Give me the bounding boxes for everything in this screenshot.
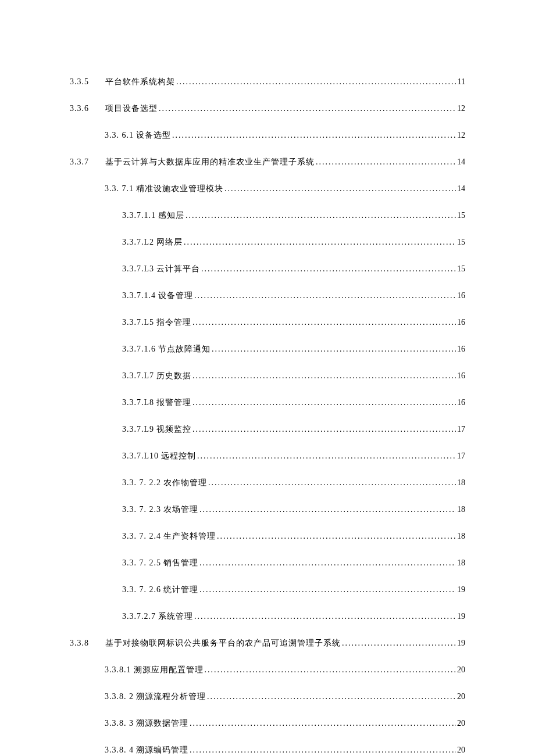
toc-leader-dots bbox=[224, 182, 456, 195]
toc-entry: 3.3.7.L10远程控制17 bbox=[70, 450, 465, 462]
toc-page-number: 18 bbox=[457, 503, 465, 515]
toc-leader-dots bbox=[199, 583, 456, 596]
toc-page-number: 19 bbox=[457, 610, 465, 622]
toc-title: 销售管理 bbox=[163, 557, 198, 569]
toc-entry: 3.3. 6.1设备选型12 bbox=[70, 129, 465, 141]
toc-entry: 3.3.7.L2网络层15 bbox=[70, 236, 465, 248]
toc-page-number: 19 bbox=[457, 583, 465, 596]
toc-number: 3.3.7.L7 bbox=[122, 370, 154, 382]
toc-entry: 3.3.7.1.4设备管理16 bbox=[70, 289, 465, 302]
toc-leader-dots bbox=[199, 557, 456, 569]
toc-entry: 3.3. 7. 2.2农作物管理18 bbox=[70, 476, 465, 489]
toc-title: 云计算平台 bbox=[156, 263, 200, 275]
toc-page-number: 16 bbox=[457, 316, 465, 328]
toc-entry: 3.3.8.1溯源应用配置管理20 bbox=[70, 664, 465, 676]
toc-entry: 3.3. 7. 2.6统计管理19 bbox=[70, 583, 465, 596]
toc-entry: 3.3.7.L3云计算平台15 bbox=[70, 263, 465, 275]
toc-page-number: 16 bbox=[457, 370, 465, 382]
toc-title: 设备选型 bbox=[136, 129, 171, 141]
toc-number: 3.3.7.1.6 bbox=[122, 343, 156, 355]
toc-number: 3.3.8. 3 bbox=[105, 717, 134, 729]
toc-entry: 3.3. 7.1精准设施农业管理模块14 bbox=[70, 182, 465, 195]
toc-number: 3.3. 7. 2.4 bbox=[122, 530, 161, 542]
toc-leader-dots bbox=[199, 503, 456, 515]
toc-number: 3.3.8. 4 bbox=[105, 744, 134, 756]
toc-leader-dots bbox=[201, 263, 456, 275]
toc-number: 3.3.7 bbox=[70, 156, 89, 168]
toc-entry: 3.3.7.1.1感知层15 bbox=[70, 209, 465, 221]
toc-entry: 3.3.8. 4 溯源编码管理20 bbox=[70, 744, 465, 756]
toc-page-number: 18 bbox=[457, 557, 465, 569]
toc-title: 网络层 bbox=[156, 236, 183, 248]
toc-page-number: 15 bbox=[457, 209, 465, 221]
toc-entry: 3.3.8基于对接物联网标识公共服务平台的农产品可追溯管理子系统19 bbox=[70, 637, 465, 649]
toc-page-number: 12 bbox=[457, 102, 465, 114]
toc-number: 3.3.8.1 bbox=[105, 664, 131, 676]
toc-entry: 3.3.8. 3 溯源数据管理20 bbox=[70, 717, 465, 729]
toc-number: 3.3. 7. 2.3 bbox=[122, 503, 161, 515]
toc-page-number: 19 bbox=[457, 637, 465, 649]
toc-number: 3.3.8. 2 bbox=[105, 690, 134, 703]
toc-title: 设备管理 bbox=[158, 289, 193, 302]
toc-title: 项目设备选型 bbox=[105, 102, 158, 114]
toc-number: 3.3.6 bbox=[70, 102, 89, 114]
toc-number: 3.3.7.L5 bbox=[122, 316, 154, 328]
toc-page-number: 20 bbox=[457, 717, 465, 729]
toc-leader-dots bbox=[192, 316, 456, 328]
toc-page-number: 15 bbox=[457, 236, 465, 248]
toc-entry: 3.3. 7. 2.5销售管理18 bbox=[70, 557, 465, 569]
toc-title: 精准设施农业管理模块 bbox=[136, 182, 223, 195]
toc-title: 生产资料管理 bbox=[163, 530, 216, 542]
toc-leader-dots bbox=[194, 610, 456, 622]
toc-leader-dots bbox=[172, 129, 456, 141]
toc-leader-dots bbox=[192, 370, 456, 382]
toc-entry: 3.3.7.1.6节点故障通知16 bbox=[70, 343, 465, 355]
toc-title: 视频监控 bbox=[156, 423, 191, 435]
toc-title: 感知层 bbox=[158, 209, 184, 221]
toc-leader-dots bbox=[205, 664, 456, 676]
toc-number: 3.3. 7. 2.2 bbox=[122, 476, 161, 489]
toc-number: 3.3.7.L10 bbox=[122, 450, 159, 462]
toc-title: 基于云计算与大数据库应用的精准农业生产管理子系统 bbox=[105, 156, 315, 168]
toc-title: 溯源编码管理 bbox=[136, 744, 188, 756]
toc-entry: 3.3.5平台软件系统构架11 bbox=[70, 76, 465, 88]
toc-number: 3.3. 6.1 bbox=[105, 129, 134, 141]
toc-leader-dots bbox=[342, 637, 456, 649]
toc-leader-dots bbox=[190, 717, 456, 729]
toc-page-number: 16 bbox=[457, 289, 465, 302]
toc-title: 统计管理 bbox=[163, 583, 198, 596]
toc-page-number: 18 bbox=[457, 476, 465, 489]
toc-number: 3.3.7.L9 bbox=[122, 423, 154, 435]
toc-page-number: 16 bbox=[457, 396, 465, 409]
toc-page-number: 11 bbox=[458, 76, 465, 88]
toc-page-number: 20 bbox=[457, 744, 465, 756]
toc-page-number: 20 bbox=[457, 664, 465, 676]
toc-entry: 3.3.7.L8报警管理16 bbox=[70, 396, 465, 409]
toc-page-number: 14 bbox=[457, 156, 465, 168]
toc-entry: 3.3.7.L7历史数据16 bbox=[70, 370, 465, 382]
toc-number: 3.3.7.L3 bbox=[122, 263, 154, 275]
toc-entry: 3.3. 7. 2.3农场管理18 bbox=[70, 503, 465, 515]
toc-entry: 3.3.7.L9视频监控17 bbox=[70, 423, 465, 435]
toc-entry: 3.3.7.2.7系统管理19 bbox=[70, 610, 465, 622]
toc-leader-dots bbox=[194, 289, 456, 302]
toc-entry: 3.3. 7. 2.4生产资料管理18 bbox=[70, 530, 465, 542]
toc-page-number: 18 bbox=[457, 530, 465, 542]
toc-title: 历史数据 bbox=[156, 370, 191, 382]
toc-title: 远程控制 bbox=[161, 450, 196, 462]
toc-leader-dots bbox=[159, 102, 456, 114]
toc-number: 3.3. 7.1 bbox=[105, 182, 134, 195]
toc-number: 3.3.7.1.4 bbox=[122, 289, 156, 302]
toc-title: 指令管理 bbox=[156, 316, 191, 328]
toc-number: 3.3.7.L2 bbox=[122, 236, 154, 248]
toc-leader-dots bbox=[197, 450, 456, 462]
toc-number: 3.3.7.2.7 bbox=[122, 610, 156, 622]
toc-title: 溯源数据管理 bbox=[136, 717, 188, 729]
toc-page-number: 17 bbox=[457, 423, 465, 435]
toc-title: 基于对接物联网标识公共服务平台的农产品可追溯管理子系统 bbox=[105, 637, 341, 649]
toc-entry: 3.3.8. 2 溯源流程分析管理20 bbox=[70, 690, 465, 703]
toc-leader-dots bbox=[192, 396, 456, 409]
toc-page-number: 16 bbox=[457, 343, 465, 355]
toc-page-number: 17 bbox=[457, 450, 465, 462]
toc-number: 3.3.5 bbox=[70, 76, 89, 88]
